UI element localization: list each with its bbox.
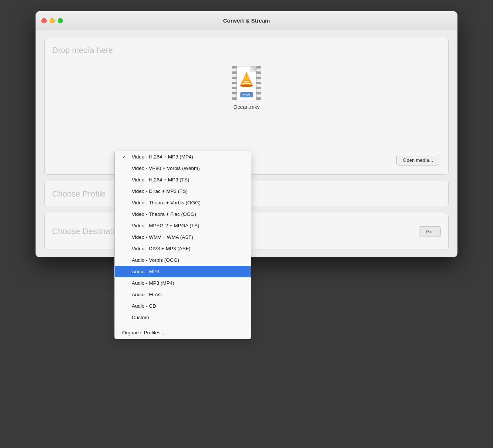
svg-rect-12 (256, 89, 261, 92)
dropdown-item-label: Video - Dirac + MP3 (TS) (132, 188, 188, 194)
open-media-button[interactable]: Open media... (396, 155, 439, 166)
dropdown-item-label: Video - H.264 + MP3 (MP4) (132, 154, 193, 160)
titlebar: Convert & Stream (36, 11, 457, 30)
file-type-label: MKV (240, 92, 253, 97)
svg-marker-19 (243, 81, 249, 82)
dropdown-item-label: Video - VP80 + Vorbis (Webm) (132, 166, 200, 171)
dropdown-item-h264-mp3-ts[interactable]: Video - H.264 + MP3 (TS) (115, 174, 251, 185)
svg-rect-3 (232, 79, 237, 82)
svg-rect-2 (232, 74, 237, 77)
file-icon: MKV (232, 66, 261, 100)
dropdown-item-theora-flac-ogg[interactable]: Video - Theora + Flac (OGG) (115, 208, 251, 220)
dropdown-item-label: Video - WMV + WMA (ASF) (132, 234, 193, 240)
maximize-button[interactable] (58, 18, 63, 23)
window-title: Convert & Stream (223, 17, 270, 24)
dropdown-item-audio-mp3-mp4[interactable]: Audio - MP3 (MP4) (115, 277, 251, 289)
dropdown-item-h264-mp3-mp4[interactable]: Video - H.264 + MP3 (MP4) (115, 151, 251, 163)
dropdown-divider (115, 325, 251, 325)
svg-rect-1 (232, 68, 237, 71)
dropdown-item-label: Audio - MP3 (132, 269, 159, 274)
dropdown-item-wmv-wma-asf[interactable]: Video - WMV + WMA (ASF) (115, 231, 251, 243)
dropdown-item-div3-mp3-asf[interactable]: Video - DIV3 + MP3 (ASF) (115, 243, 251, 254)
dropdown-item-label: Audio - FLAC (132, 292, 162, 297)
dropdown-item-label: Video - MPEG-2 + MPGA (TS) (132, 223, 199, 228)
organize-profiles-button[interactable]: Organize Profiles... (115, 327, 251, 339)
go-button[interactable]: Go! (419, 226, 441, 237)
dropdown-item-label: Audio - MP3 (MP4) (132, 280, 174, 286)
svg-rect-11 (256, 84, 261, 87)
traffic-lights (41, 18, 63, 23)
svg-rect-13 (256, 94, 261, 97)
svg-rect-5 (232, 89, 237, 92)
svg-rect-4 (232, 84, 237, 87)
svg-rect-6 (232, 94, 237, 97)
dropdown-item-vorbis-ogg[interactable]: Audio - Vorbis (OGG) (115, 254, 251, 266)
dropdown-item-label: Video - Theora + Vorbis (OGG) (132, 200, 201, 205)
close-button[interactable] (41, 18, 47, 23)
dropdown-item-vp80-vorbis-webm[interactable]: Video - VP80 + Vorbis (Webm) (115, 163, 251, 174)
dropdown-item-theora-vorbis-ogg[interactable]: Video - Theora + Vorbis (OGG) (115, 197, 251, 208)
file-name: Ocean.mkv (234, 104, 260, 110)
svg-rect-10 (256, 79, 261, 82)
minimize-button[interactable] (50, 18, 55, 23)
svg-rect-9 (256, 74, 261, 77)
dropdown-item-audio-flac[interactable]: Audio - FLAC (115, 289, 251, 300)
dropdown-item-label: Custom (132, 315, 149, 320)
profile-dropdown-menu: Video - H.264 + MP3 (MP4) Video - VP80 +… (114, 151, 251, 339)
drop-zone-label: Drop media here (52, 46, 113, 55)
dropdown-item-label: Video - H.264 + MP3 (TS) (132, 177, 189, 183)
dropdown-item-audio-mp3[interactable]: Audio - MP3 (115, 266, 251, 277)
svg-point-22 (240, 84, 253, 87)
dropdown-item-dirac-mp3-ts[interactable]: Video - Dirac + MP3 (TS) (115, 185, 251, 197)
dropdown-item-label: Audio - Vorbis (OGG) (132, 257, 179, 263)
vlc-cone-icon (238, 71, 255, 89)
organize-profiles-label: Organize Profiles... (122, 330, 165, 335)
dropdown-item-label: Video - DIV3 + MP3 (ASF) (132, 246, 190, 251)
file-icon-area: MKV Ocean.mkv (232, 66, 261, 110)
svg-rect-8 (256, 68, 261, 71)
dropdown-item-label: Audio - CD (132, 303, 156, 309)
dropdown-item-mpeg2-mpga-ts[interactable]: Video - MPEG-2 + MPGA (TS) (115, 220, 251, 231)
dropdown-item-label: Video - Theora + Flac (OGG) (132, 211, 196, 217)
dropdown-item-custom[interactable]: Custom (115, 312, 251, 323)
dropdown-item-audio-cd[interactable]: Audio - CD (115, 300, 251, 312)
